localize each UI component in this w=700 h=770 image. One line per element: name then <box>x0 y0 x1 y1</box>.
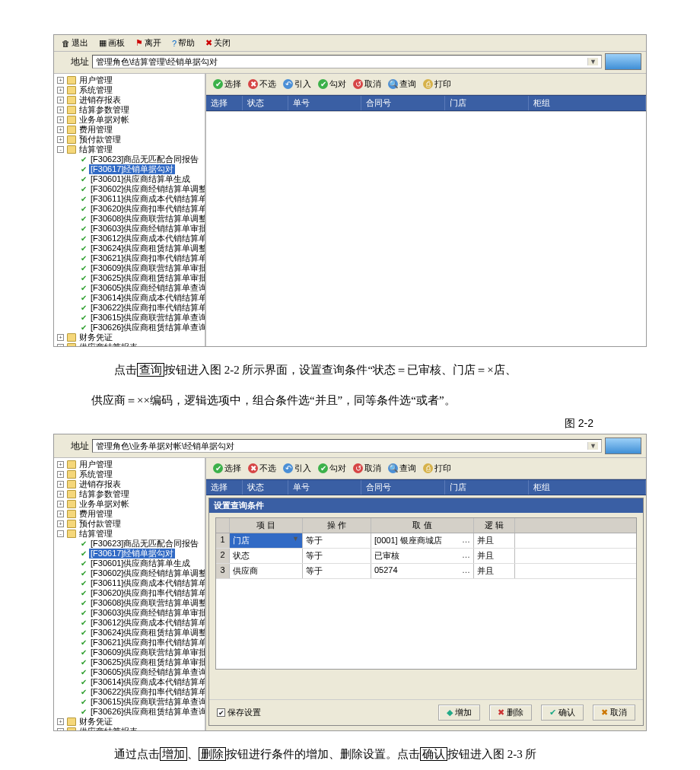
ellipsis-icon[interactable]: … <box>460 550 470 562</box>
tree-leaf[interactable]: ✔[F30614]供应商成本代销结算单查询 <box>56 677 205 687</box>
dialog-add-button[interactable]: ◆增加 <box>438 705 480 721</box>
tree-leaf[interactable]: ✔[F30626]供应商租赁结算单查询 <box>56 707 205 717</box>
tree-leaf[interactable]: ✔[F30626]供应商租赁结算单查询 <box>56 323 205 332</box>
expand-icon[interactable]: + <box>57 511 64 517</box>
address-dropdown-icon[interactable]: ▼ <box>587 58 598 65</box>
expand-icon[interactable]: + <box>57 501 64 508</box>
tree-leaf[interactable]: ✔[F30623]商品无匹配合同报告 <box>56 539 205 549</box>
tree-leaf[interactable]: ✔[F30614]供应商成本代销结算单查询 <box>56 293 205 303</box>
expand-icon[interactable]: + <box>57 520 64 527</box>
tb-query[interactable]: 🔍查询 <box>386 77 418 91</box>
expand-icon[interactable]: + <box>57 728 64 730</box>
cond-op-cell[interactable]: 等于 <box>303 564 371 578</box>
tree-leaf[interactable]: ✔[F30609]供应商联营结算单审批 <box>56 648 205 657</box>
expand-icon[interactable]: + <box>57 126 64 133</box>
tb-import-2[interactable]: ↶引入 <box>281 461 313 476</box>
tree-leaf[interactable]: ✔[F30602]供应商经销结算单调整 <box>56 184 205 194</box>
tree-leaf[interactable]: ✔[F30601]供应商结算单生成 <box>56 558 205 568</box>
tree-leaf[interactable]: ✔[F30615]供应商联营结算单查询 <box>56 313 205 323</box>
tree-leaf[interactable]: ✔[F30601]供应商结算单生成 <box>56 174 205 184</box>
tree-leaf[interactable]: ✔[F30622]供应商扣率代销结算单查询 <box>56 687 205 697</box>
tree-folder[interactable]: +结算参数管理 <box>56 105 205 115</box>
tb-cancel-2[interactable]: ↺取消 <box>351 461 383 476</box>
tree-folder[interactable]: +用户管理 <box>56 75 205 85</box>
tb-select-2[interactable]: ✔选择 <box>211 461 243 476</box>
tree-leaf[interactable]: ✔[F30605]供应商经销结算单查询 <box>56 283 205 293</box>
save-settings-checkbox[interactable]: ✔ 保存设置 <box>217 707 261 718</box>
dialog-ok-button[interactable]: ✔确认 <box>541 705 584 721</box>
menu-help[interactable]: ?帮助 <box>169 37 198 49</box>
dialog-cancel-button[interactable]: ✖取消 <box>593 705 635 721</box>
expand-icon[interactable]: + <box>57 491 64 498</box>
tree-leaf[interactable]: ✔[F30625]供应商租赁结算单审批 <box>56 273 205 283</box>
menu-close[interactable]: ✖关闭 <box>202 37 234 49</box>
cond-op-cell[interactable]: 等于 <box>303 533 371 548</box>
tree-leaf[interactable]: ✔[F30603]供应商经销结算单审批 <box>56 608 205 618</box>
tree-folder[interactable]: +供应商结算报表 <box>56 727 205 730</box>
tree-folder[interactable]: +费用管理 <box>56 509 205 519</box>
nav-tree[interactable]: +用户管理+系统管理+进销存报表+结算参数管理+业务单据对帐+费用管理+预付款管… <box>54 74 206 346</box>
cond-logic-cell[interactable]: 并且 <box>474 549 515 563</box>
expand-icon[interactable]: + <box>57 334 64 341</box>
tree-leaf[interactable]: ✔[F30617]经销单据勾对 <box>56 164 205 174</box>
tree-folder[interactable]: +供应商结算报表 <box>56 342 205 346</box>
tree-leaf[interactable]: ✔[F30624]供应商租赁结算单调整 <box>56 243 205 253</box>
tree-folder[interactable]: +用户管理 <box>56 460 205 469</box>
tree-folder[interactable]: +进销存报表 <box>56 95 205 105</box>
tree-folder[interactable]: +预付款管理 <box>56 519 205 529</box>
tree-folder[interactable]: +结算参数管理 <box>56 489 205 499</box>
nav-tree-2[interactable]: +用户管理+系统管理+进销存报表+结算参数管理+业务单据对帐+费用管理+预付款管… <box>54 458 206 730</box>
expand-icon[interactable]: + <box>57 107 64 113</box>
tree-leaf[interactable]: ✔[F30602]供应商经销结算单调整 <box>56 568 205 578</box>
tree-leaf[interactable]: ✔[F30612]供应商成本代销结算单审批 <box>56 234 205 243</box>
tree-leaf[interactable]: ✔[F30612]供应商成本代销结算单审批 <box>56 618 205 628</box>
cond-logic-cell[interactable]: 并且 <box>474 533 515 548</box>
tree-folder[interactable]: +财务凭证 <box>56 332 205 342</box>
tree-leaf[interactable]: ✔[F30605]供应商经销结算单查询 <box>56 667 205 677</box>
tb-print[interactable]: ⎙打印 <box>421 77 453 91</box>
tree-folder-settle[interactable]: -结算管理 <box>56 145 205 154</box>
tree-leaf[interactable]: ✔[F30623]商品无匹配合同报告 <box>56 154 205 164</box>
tree-folder[interactable]: +预付款管理 <box>56 135 205 145</box>
expand-icon[interactable]: + <box>57 344 64 346</box>
tree-leaf[interactable]: ✔[F30625]供应商租赁结算单审批 <box>56 657 205 667</box>
tb-cancel[interactable]: ↺取消 <box>351 77 383 91</box>
tb-unselect-2[interactable]: ✖不选 <box>246 461 278 476</box>
tb-import[interactable]: ↶引入 <box>281 77 313 91</box>
tree-folder[interactable]: +系统管理 <box>56 85 205 95</box>
expand-icon[interactable]: + <box>57 481 64 488</box>
expand-icon[interactable]: + <box>57 461 64 468</box>
tree-folder[interactable]: +业务单据对帐 <box>56 115 205 125</box>
expand-icon[interactable]: + <box>57 97 64 103</box>
tb-unselect[interactable]: ✖不选 <box>246 77 278 91</box>
tb-print-2[interactable]: ⎙打印 <box>421 461 453 476</box>
cond-field-cell[interactable]: 状态 <box>230 549 303 563</box>
cond-row[interactable]: 3 供应商 等于 05274… 并且 <box>216 564 636 579</box>
tree-folder[interactable]: +进销存报表 <box>56 479 205 489</box>
tree-leaf[interactable]: ✔[F30611]供应商成本代销结算单调整 <box>56 194 205 204</box>
cond-logic-cell[interactable]: 并且 <box>474 564 515 578</box>
tree-folder[interactable]: +财务凭证 <box>56 717 205 727</box>
expand-icon[interactable]: + <box>57 718 64 725</box>
address-input-2[interactable]: 管理角色\业务单据对帐\经销单据勾对 ▼ <box>92 439 602 453</box>
ellipsis-icon[interactable]: … <box>460 565 470 577</box>
tree-leaf[interactable]: ✔[F30608]供应商联营结算单调整 <box>56 598 205 608</box>
tree-folder[interactable]: +费用管理 <box>56 125 205 135</box>
tb-check[interactable]: ✔勾对 <box>316 77 348 91</box>
tree-leaf[interactable]: ✔[F30622]供应商扣率代销结算单查询 <box>56 303 205 313</box>
cond-field-cell[interactable]: 门店▼ <box>230 533 303 548</box>
tree-leaf[interactable]: ✔[F30609]供应商联营结算单审批 <box>56 263 205 273</box>
collapse-icon[interactable]: - <box>57 530 64 537</box>
expand-icon[interactable]: + <box>57 471 64 478</box>
cond-field-cell[interactable]: 供应商 <box>230 564 303 578</box>
cond-op-cell[interactable]: 等于 <box>303 549 371 563</box>
tree-leaf[interactable]: ✔[F30620]供应商扣率代销结算单调整 <box>56 588 205 598</box>
tree-leaf[interactable]: ✔[F30615]供应商联营结算单查询 <box>56 697 205 707</box>
tree-leaf[interactable]: ✔[F30624]供应商租赁结算单调整 <box>56 628 205 638</box>
cond-row[interactable]: 2 状态 等于 已审核… 并且 <box>216 549 636 564</box>
menu-exit[interactable]: 🗑退出 <box>59 37 91 49</box>
tree-leaf[interactable]: ✔[F30620]供应商扣率代销结算单调整 <box>56 204 205 214</box>
expand-icon[interactable]: + <box>57 136 64 143</box>
address-input[interactable]: 管理角色\结算管理\经销单据勾对 ▼ <box>92 55 602 68</box>
tree-leaf[interactable]: ✔[F30621]供应商扣率代销结算单审批 <box>56 253 205 263</box>
